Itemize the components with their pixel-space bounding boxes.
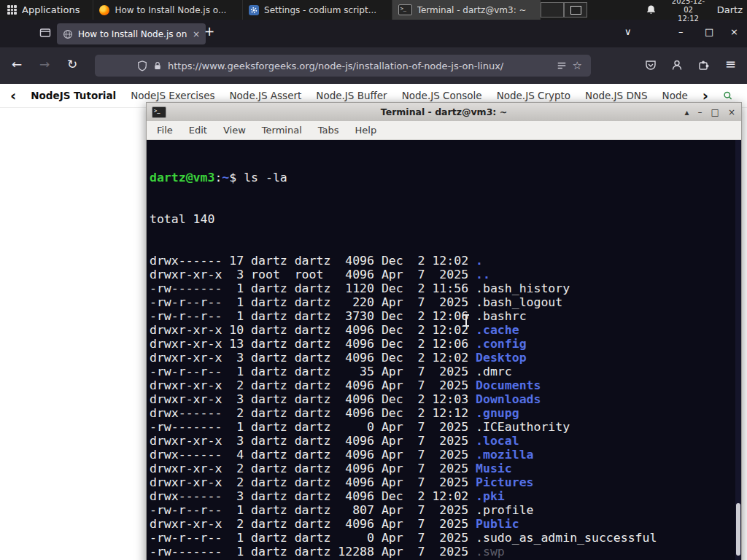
terminal-line: drwxr-xr-x 3 dartz dartz 4096 Dec 2 12:0… bbox=[150, 351, 741, 365]
applications-menu-button[interactable]: Applications bbox=[0, 0, 87, 20]
url-text[interactable]: https://www.geeksforgeeks.org/node-js/in… bbox=[168, 61, 551, 71]
file-meta: drwx------ 17 dartz dartz 4096 Dec 2 12:… bbox=[150, 254, 476, 268]
terminal-menu-item[interactable]: Help bbox=[355, 125, 377, 136]
firefox-view-button[interactable] bbox=[39, 27, 51, 42]
terminal-menu-item[interactable]: Edit bbox=[189, 125, 207, 136]
terminal-line: drwxr-xr-x 13 dartz dartz 4096 Dec 2 12:… bbox=[150, 337, 741, 351]
workspace-2[interactable] bbox=[564, 2, 587, 18]
file-name: .profile bbox=[476, 503, 533, 517]
pocket-icon bbox=[645, 59, 657, 71]
url-bar[interactable]: https://www.geeksforgeeks.org/node-js/in… bbox=[95, 55, 591, 77]
site-nav-item[interactable]: Node.JS Console bbox=[402, 90, 482, 101]
file-meta: drwx------ 4 dartz dartz 4096 Apr 7 2025 bbox=[150, 448, 476, 462]
terminal-line: drwxr-xr-x 3 dartz dartz 4096 Apr 7 2025… bbox=[150, 434, 741, 448]
site-nav-item[interactable]: Node.JS DNS bbox=[585, 90, 647, 101]
file-meta: drwx------ 3 dartz dartz 4096 Dec 2 12:0… bbox=[150, 489, 476, 503]
forward-button[interactable]: → bbox=[39, 57, 50, 71]
terminal-line: drwxr-xr-x 3 dartz dartz 4096 Dec 2 12:0… bbox=[150, 392, 741, 406]
terminal-minimize-button[interactable]: – bbox=[698, 107, 703, 117]
taskbar-button-settings[interactable]: Settings - codium script... bbox=[242, 0, 392, 20]
site-nav-item[interactable]: Node.JS Assert bbox=[229, 90, 301, 101]
terminal-shade-button[interactable]: ▴ bbox=[685, 107, 689, 117]
terminal-icon: >_ bbox=[398, 4, 412, 15]
reload-button[interactable]: ↻ bbox=[67, 57, 77, 71]
file-name: Music bbox=[476, 462, 512, 475]
site-nav-items: NodeJS TutorialNodeJS ExercisesNode.JS A… bbox=[31, 90, 688, 101]
terminal-total-line: total 140 bbox=[150, 212, 741, 226]
app-menu-button[interactable]: ≡ bbox=[725, 56, 736, 71]
site-nav-item[interactable]: NodeJS Tutorial bbox=[31, 90, 116, 101]
workspace-switcher[interactable] bbox=[541, 2, 587, 18]
file-name: .bash_history bbox=[476, 281, 570, 295]
browser-tab[interactable]: How to Install Node.js on × bbox=[57, 23, 206, 44]
window-minimize-button[interactable]: – bbox=[678, 26, 684, 37]
file-name: .bashrc bbox=[476, 309, 527, 323]
reader-mode-icon[interactable] bbox=[557, 61, 567, 71]
file-meta: -rw-r--r-- 1 dartz dartz 807 Apr 7 2025 bbox=[150, 503, 476, 517]
file-meta: drwxr-xr-x 2 dartz dartz 4096 Apr 7 2025 bbox=[150, 475, 476, 489]
terminal-titlebar[interactable]: >_ Terminal - dartz@vm3: ~ ▴ – □ × bbox=[147, 103, 741, 121]
terminal-scrollbar-thumb[interactable] bbox=[736, 503, 740, 556]
window-close-button[interactable]: × bbox=[730, 26, 738, 37]
prompt-user-host: dartz@vm3 bbox=[150, 171, 214, 184]
file-meta: -rw------- 1 dartz dartz 1120 Dec 2 11:5… bbox=[150, 281, 476, 295]
top-panel: Applications How to Install Node.js o...… bbox=[0, 0, 747, 20]
prompt-colon: : bbox=[214, 171, 222, 184]
terminal-line: drwxr-xr-x 2 dartz dartz 4096 Apr 7 2025… bbox=[150, 462, 741, 475]
file-name: .bash_logout bbox=[476, 295, 562, 309]
pocket-save-button[interactable] bbox=[645, 59, 657, 74]
terminal-line: -rw-r--r-- 1 dartz dartz 35 Apr 7 2025 .… bbox=[150, 365, 741, 378]
file-meta: -rw------- 1 dartz dartz 12288 Apr 7 202… bbox=[150, 545, 476, 559]
firefox-icon bbox=[99, 5, 109, 15]
terminal-close-button[interactable]: × bbox=[728, 107, 735, 117]
window-maximize-button[interactable]: □ bbox=[705, 26, 713, 37]
file-meta: drwxr-xr-x 3 dartz dartz 4096 Dec 2 12:0… bbox=[150, 392, 476, 406]
terminal-menu-item[interactable]: File bbox=[157, 125, 173, 136]
file-name: .ICEauthority bbox=[476, 420, 570, 434]
file-meta: -rw-r--r-- 1 dartz dartz 0 Apr 7 2025 bbox=[150, 531, 476, 545]
terminal-maximize-button[interactable]: □ bbox=[711, 107, 719, 117]
file-meta: drwxr-xr-x 2 dartz dartz 4096 Apr 7 2025 bbox=[150, 517, 476, 531]
terminal-scrollbar[interactable] bbox=[735, 140, 741, 560]
extensions-button[interactable] bbox=[697, 59, 709, 74]
back-button[interactable]: ← bbox=[12, 57, 22, 71]
list-all-tabs-button[interactable]: ∨ bbox=[624, 26, 632, 37]
terminal-menu-item[interactable]: Terminal bbox=[262, 125, 302, 136]
lock-icon[interactable] bbox=[153, 61, 162, 71]
new-tab-button[interactable]: + bbox=[204, 24, 214, 39]
file-meta: -rw------- 1 dartz dartz 0 Apr 7 2025 bbox=[150, 420, 476, 434]
tab-title: How to Install Node.js on bbox=[78, 29, 187, 39]
text-cursor-pointer bbox=[462, 314, 470, 327]
taskbar-button-terminal[interactable]: >_ Terminal - dartz@vm3: ~ bbox=[392, 0, 541, 20]
file-meta: drwxr-xr-x 13 dartz dartz 4096 Dec 2 12:… bbox=[150, 337, 476, 351]
file-meta: drwxr-xr-x 2 dartz dartz 4096 Apr 7 2025 bbox=[150, 462, 476, 475]
terminal-line: -rw------- 1 dartz dartz 1120 Dec 2 11:5… bbox=[150, 281, 741, 295]
bookmark-star-icon[interactable]: ☆ bbox=[573, 59, 582, 72]
search-icon[interactable] bbox=[723, 89, 732, 102]
terminal-menubar: FileEditViewTerminalTabsHelp bbox=[147, 121, 741, 140]
chevron-right-icon[interactable]: › bbox=[703, 88, 708, 103]
terminal-menu-item[interactable]: Tabs bbox=[318, 125, 339, 136]
terminal-menu-item[interactable]: View bbox=[223, 125, 246, 136]
workspace-window-thumbnail bbox=[570, 6, 581, 15]
terminal-screen[interactable]: dartz@vm3:~$ ls -la total 140 drwx------… bbox=[147, 140, 741, 560]
site-nav-item[interactable]: Node bbox=[662, 90, 688, 101]
terminal-line: -rw------- 1 dartz dartz 12288 Apr 7 202… bbox=[150, 545, 741, 559]
tab-close-button[interactable]: × bbox=[193, 29, 200, 39]
bell-icon bbox=[646, 4, 657, 15]
panel-clock[interactable]: 2025-12-02 12:12 bbox=[668, 0, 708, 20]
account-button[interactable] bbox=[671, 59, 683, 74]
site-nav-item[interactable]: NodeJS Exercises bbox=[131, 90, 214, 101]
taskbar-button-firefox[interactable]: How to Install Node.js o... bbox=[93, 0, 242, 20]
site-nav-item[interactable]: Node.JS Crypto bbox=[497, 90, 570, 101]
file-name: .gnupg bbox=[476, 406, 519, 420]
notifications-button[interactable] bbox=[646, 0, 657, 20]
clock-time: 12:12 bbox=[668, 15, 708, 23]
site-nav-item[interactable]: Node.JS Buffer bbox=[316, 90, 387, 101]
terminal-line: drwxr-xr-x 3 root root 4096 Apr 7 2025 .… bbox=[150, 268, 741, 281]
workspace-1[interactable] bbox=[541, 2, 564, 18]
file-name: .cache bbox=[476, 323, 519, 337]
panel-user-label: Dartz bbox=[717, 0, 747, 20]
file-name: Downloads bbox=[476, 392, 541, 406]
chevron-left-icon[interactable]: ‹ bbox=[10, 88, 16, 103]
